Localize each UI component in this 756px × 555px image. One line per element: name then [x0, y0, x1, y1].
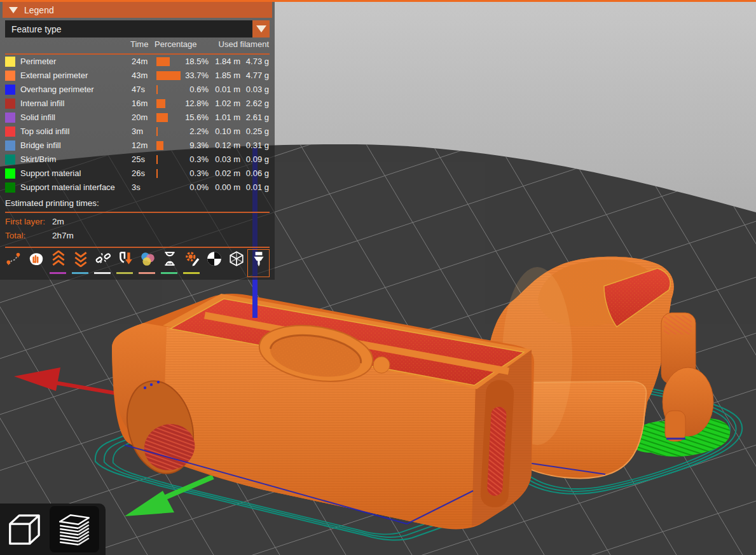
- feature-percent: 0.3%: [178, 168, 209, 178]
- view-type-dropdown-button[interactable]: [252, 20, 270, 38]
- filament-weight: 2.61 g: [242, 113, 269, 122]
- feature-color-swatch: [5, 182, 15, 193]
- legend-toolbar: [3, 249, 272, 277]
- percentage-bar: [156, 141, 163, 150]
- filament-length: 0.12 m: [210, 140, 240, 150]
- feature-percent: 9.3%: [178, 140, 209, 150]
- feature-time: 12m: [132, 140, 148, 150]
- legend-row: External perimeter43m33.7%1.85 m4.77 g: [0, 69, 275, 83]
- col-percentage: Percentage: [155, 39, 197, 49]
- deretractions-icon[interactable]: [69, 249, 92, 277]
- gcode-preview-window: Legend Feature type Time Percentage Used…: [0, 0, 756, 555]
- percentage-bar: [156, 85, 158, 94]
- filament-length: 0.01 m: [210, 85, 240, 94]
- feature-label: Bridge infill: [20, 140, 61, 150]
- retractions-icon[interactable]: [47, 249, 69, 277]
- filament-weight: 2.62 g: [242, 99, 269, 108]
- filament-length: 1.85 m: [210, 71, 240, 80]
- first-layer-value: 2m: [52, 217, 109, 226]
- percentage-bar: [156, 57, 170, 66]
- wipe-icon[interactable]: [25, 249, 47, 277]
- feature-percent: 2.2%: [178, 127, 209, 136]
- feature-label: Perimeter: [20, 57, 56, 66]
- feature-label: Skirt/Brim: [20, 154, 56, 164]
- legend-row: Skirt/Brim25s0.3%0.03 m0.09 g: [0, 153, 275, 167]
- feature-label: External perimeter: [20, 71, 88, 80]
- col-time: Time: [130, 39, 148, 49]
- feature-percent: 33.7%: [178, 71, 209, 80]
- legend-row: Support material interface3s0.0%0.00 m0.…: [0, 181, 275, 195]
- col-used-filament: Used filament: [209, 39, 269, 49]
- seams-icon[interactable]: [92, 249, 114, 277]
- feature-label: Top solid infill: [20, 127, 69, 136]
- divider: [5, 247, 270, 248]
- tool-marker-icon[interactable]: [247, 249, 270, 277]
- legend-rows: Perimeter24m18.5%1.84 m4.73 gExternal pe…: [0, 55, 275, 195]
- preview-view-button[interactable]: [50, 506, 99, 552]
- legend-row: Perimeter24m18.5%1.84 m4.73 g: [0, 55, 275, 69]
- feature-label: Overhang perimeter: [20, 85, 94, 94]
- filament-weight: 0.31 g: [242, 140, 269, 150]
- legend-title: Legend: [24, 5, 54, 15]
- view-type-value: Feature type: [11, 24, 62, 34]
- divider: [5, 212, 270, 213]
- feature-color-swatch: [5, 113, 15, 123]
- top-accent-strip: [0, 0, 756, 2]
- pause-prints-icon[interactable]: [158, 249, 181, 277]
- filament-length: 1.84 m: [210, 57, 240, 66]
- filament-weight: 0.25 g: [242, 127, 269, 136]
- total-value: 2h7m: [52, 231, 109, 240]
- feature-time: 43m: [132, 71, 148, 80]
- feature-label: Support material: [20, 168, 81, 178]
- center-of-mass-icon[interactable]: [203, 249, 225, 277]
- feature-label: Support material interface: [20, 182, 115, 192]
- filament-length: 0.03 m: [210, 154, 240, 164]
- filament-length: 0.02 m: [210, 168, 240, 178]
- editor-view-button[interactable]: [0, 504, 50, 555]
- feature-color-swatch: [5, 99, 15, 109]
- layers-icon: [55, 511, 93, 548]
- percentage-bar: [156, 169, 158, 178]
- legend-panel: Legend Feature type Time Percentage Used…: [0, 0, 275, 280]
- legend-row: Overhang perimeter47s0.6%0.01 m0.03 g: [0, 83, 275, 97]
- filament-weight: 0.09 g: [242, 154, 269, 164]
- travels-icon[interactable]: [3, 249, 25, 277]
- custom-gcodes-icon[interactable]: [181, 249, 203, 277]
- estimated-times-heading: Estimated printing times:: [5, 198, 99, 208]
- percentage-bar: [156, 99, 165, 108]
- view-switcher: [0, 504, 106, 555]
- feature-color-swatch: [5, 127, 15, 137]
- first-layer-time: First layer: 2m: [5, 217, 132, 226]
- filament-weight: 0.06 g: [242, 168, 269, 178]
- feature-color-swatch: [5, 57, 15, 67]
- feature-color-swatch: [5, 154, 15, 165]
- feature-time: 3s: [132, 182, 141, 192]
- filament-length: 0.10 m: [210, 127, 240, 136]
- total-time: Total: 2h7m: [5, 231, 132, 240]
- percentage-bar: [156, 71, 181, 80]
- collapse-triangle-icon: [9, 7, 18, 13]
- feature-percent: 15.6%: [178, 113, 209, 122]
- legend-row: Top solid infill3m2.2%0.10 m0.25 g: [0, 125, 275, 139]
- color-changes-icon[interactable]: [136, 249, 158, 277]
- legend-row: Internal infill16m12.8%1.02 m2.62 g: [0, 97, 275, 111]
- percentage-bar: [156, 113, 168, 122]
- tool-changes-icon[interactable]: [114, 249, 136, 277]
- percentage-bar: [156, 127, 158, 136]
- shells-icon[interactable]: [225, 249, 247, 277]
- divider: [5, 53, 270, 55]
- legend-titlebar[interactable]: Legend: [3, 2, 272, 18]
- feature-percent: 12.8%: [178, 99, 209, 108]
- feature-percent: 0.6%: [178, 85, 209, 94]
- total-label: Total:: [5, 231, 25, 240]
- feature-time: 25s: [132, 154, 145, 164]
- feature-color-swatch: [5, 140, 15, 151]
- feature-time: 20m: [132, 113, 148, 122]
- view-type-select[interactable]: Feature type: [5, 20, 252, 38]
- legend-row: Bridge infill12m9.3%0.12 m0.31 g: [0, 139, 275, 153]
- filament-weight: 0.03 g: [242, 85, 269, 94]
- legend-row: Solid infill20m15.6%1.01 m2.61 g: [0, 111, 275, 125]
- feature-percent: 0.3%: [178, 154, 209, 164]
- feature-time: 26s: [132, 168, 145, 178]
- feature-time: 24m: [132, 57, 148, 66]
